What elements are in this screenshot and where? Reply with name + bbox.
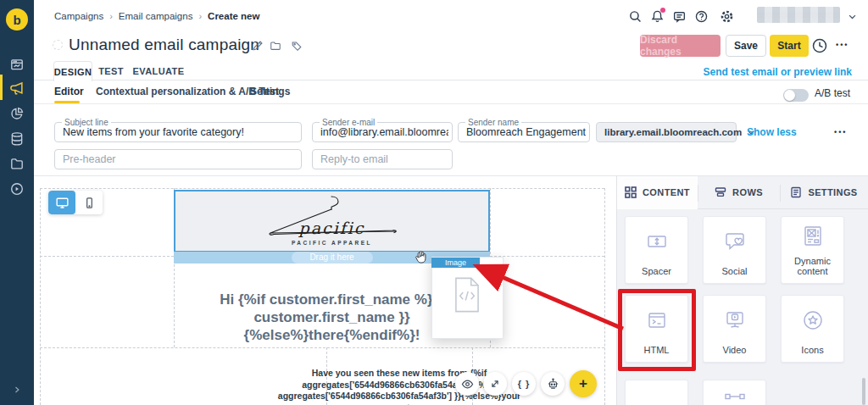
panel-tab-separator (698, 185, 698, 202)
fullscreen-button[interactable] (483, 372, 507, 396)
sender-email-field[interactable]: Sender e-mail info@library.email.bloomre… (312, 122, 453, 142)
drag-it-here-pill: Drag it here (292, 252, 373, 264)
sidebar-expand-button[interactable] (0, 381, 34, 398)
panel-tab-rows[interactable]: ROWS (698, 176, 780, 209)
discard-changes-button[interactable]: Discard changes (640, 35, 721, 57)
spacer-icon (643, 217, 671, 266)
dragged-image-chip: Image (431, 258, 480, 268)
sidebar-item-analytics[interactable] (0, 101, 34, 126)
chat-icon[interactable] (672, 9, 687, 24)
annotation-highlight-box (618, 289, 696, 371)
desktop-monitor-icon (55, 196, 70, 210)
block-tile-video[interactable]: Video (703, 295, 766, 363)
edit-pencil-icon[interactable] (252, 40, 264, 52)
canvas-grid-line (40, 188, 604, 189)
sender-domain-dropdown[interactable]: library.email.bloomreach.com (596, 122, 737, 142)
sidebar-item-use-cases[interactable] (0, 176, 34, 202)
canvas-grid-line (40, 256, 174, 257)
mobile-preview-button[interactable] (75, 191, 103, 214)
sidebar-item-home[interactable] (0, 52, 34, 77)
panel-tab-content[interactable]: CONTENT (617, 176, 698, 209)
sender-domain-value: library.email.bloomreach.com (604, 127, 742, 137)
rows-icon (715, 186, 726, 198)
subject-line-value: New items from your favorite category! (63, 123, 298, 141)
document-lines-icon (790, 186, 802, 198)
breadcrumb-separator: › (109, 11, 113, 21)
save-button[interactable]: Save (726, 35, 766, 57)
block-tile-divider[interactable] (703, 380, 766, 405)
preheader-placeholder: Pre-header (63, 150, 298, 169)
gear-icon[interactable] (720, 9, 734, 24)
more-options-icon[interactable]: ••• (836, 41, 849, 49)
ai-assistant-button[interactable] (541, 372, 565, 396)
grab-hand-cursor (413, 248, 430, 265)
breadcrumb-campaigns[interactable]: Campaigns (54, 11, 103, 21)
tab-evaluate[interactable]: EVALUATE (136, 61, 181, 80)
sidebar-item-assets[interactable] (0, 151, 34, 176)
subtab-editor[interactable]: Editor (54, 86, 84, 97)
eye-icon (461, 378, 474, 391)
breadcrumb-email-campaigns[interactable]: Email campaigns (119, 11, 193, 21)
pie-chart-icon (9, 106, 25, 121)
sender-name-field[interactable]: Sender name Bloomreach Engagement (458, 122, 590, 142)
preheader-field[interactable]: Pre-header (54, 149, 302, 169)
app-window: b Campaigns › Email campaigns › Create n… (0, 0, 868, 405)
start-button[interactable]: Start (770, 35, 809, 57)
megaphone-icon (9, 80, 25, 97)
sidebar-item-campaigns[interactable] (0, 75, 34, 101)
panel-tab-label: ROWS (732, 187, 763, 197)
panel-tab-separator (780, 185, 781, 202)
star-circle-icon (798, 296, 827, 345)
folder-move-icon[interactable] (270, 40, 281, 52)
dynamic-content-icon (798, 217, 827, 256)
panel-scrollbar[interactable] (862, 378, 865, 405)
form-more-options-icon[interactable]: ••• (834, 128, 847, 136)
block-tile-social[interactable]: Social (703, 216, 766, 284)
block-tile-icons[interactable]: Icons (781, 295, 844, 363)
preview-eye-button[interactable] (455, 372, 479, 396)
tile-label: Video (723, 345, 747, 362)
replyto-field[interactable]: Reply-to email (312, 149, 453, 169)
canvas-grid-line (40, 188, 41, 405)
robot-icon (547, 378, 559, 391)
divider-icon (721, 391, 749, 402)
sender-name-value: Bloomreach Engagement (466, 123, 586, 141)
tile-label: Icons (801, 345, 823, 362)
chevron-right-icon (12, 385, 22, 395)
ab-test-toggle[interactable] (783, 89, 809, 102)
canvas-grid-line (40, 347, 604, 348)
panel-divider (616, 176, 617, 405)
panel-tab-label: SETTINGS (808, 187, 857, 197)
breadcrumb-separator: › (198, 11, 202, 21)
add-block-button[interactable]: + (570, 370, 597, 397)
help-icon[interactable] (694, 9, 709, 24)
block-tile-dynamic-content[interactable]: Dynamic content (781, 216, 844, 284)
breadcrumb: Campaigns › Email campaigns › Create new (54, 11, 259, 21)
device-preview-toggle (48, 191, 103, 214)
panel-tab-settings[interactable]: SETTINGS (780, 176, 868, 209)
sidebar-item-data[interactable] (0, 126, 34, 152)
block-tile-partial[interactable] (625, 380, 688, 405)
tile-label: Social (722, 266, 748, 283)
bloomreach-logo[interactable]: b (6, 8, 28, 31)
subtab-settings[interactable]: Settings (250, 86, 290, 97)
tab-design[interactable]: DESIGN (53, 61, 92, 81)
canvas-grid-line (604, 188, 605, 405)
canvas-grid-line (490, 256, 604, 257)
user-name-blurred[interactable] (757, 7, 840, 23)
chevron-down-icon[interactable] (848, 12, 857, 21)
search-icon[interactable] (628, 9, 643, 24)
send-test-email-link[interactable]: Send test email or preview link (704, 66, 852, 78)
code-view-button[interactable]: { } (512, 372, 536, 396)
history-clock-icon[interactable] (811, 37, 828, 54)
campaign-status-dot (53, 40, 63, 50)
tag-icon[interactable] (291, 40, 303, 52)
desktop-preview-button[interactable] (48, 191, 75, 214)
panel-tab-label: CONTENT (643, 187, 690, 197)
toggle-knob (784, 90, 795, 101)
block-tile-spacer[interactable]: Spacer (625, 216, 688, 284)
email-logo-block[interactable]: pacific PACIFIC APPAREL (174, 190, 490, 252)
show-less-link[interactable]: Show less (747, 126, 797, 138)
tab-test[interactable]: TEST (98, 61, 124, 80)
subject-line-field[interactable]: Subject line New items from your favorit… (54, 122, 302, 142)
